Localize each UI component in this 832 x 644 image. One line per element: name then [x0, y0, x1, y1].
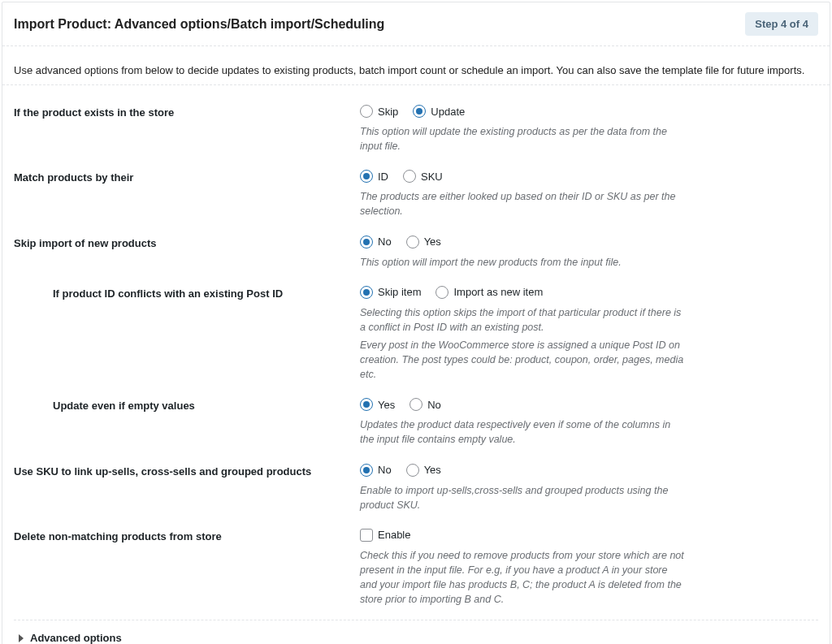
- content: If the product exists in the store Skip …: [2, 85, 830, 644]
- row-id-conflict: If product ID conflicts with an existing…: [14, 274, 818, 387]
- radio-no[interactable]: No: [410, 398, 441, 411]
- radio-icon: [360, 105, 373, 118]
- advanced-options-toggle[interactable]: Advanced options: [14, 620, 818, 644]
- radio-icon: [360, 236, 373, 249]
- chevron-right-icon: [19, 634, 24, 642]
- radio-icon: [360, 170, 373, 183]
- radio-icon: [406, 464, 419, 477]
- label-id-conflict: If product ID conflicts with an existing…: [14, 286, 360, 300]
- label-match-products: Match products by their: [14, 170, 360, 184]
- help-text: Every post in the WooCommerce store is a…: [360, 338, 685, 382]
- radio-sku[interactable]: SKU: [403, 170, 443, 183]
- radio-label: Update: [431, 106, 465, 118]
- help-text: Check this if you need to remove product…: [360, 548, 685, 607]
- radio-label: ID: [378, 171, 388, 183]
- radio-skip[interactable]: Skip: [360, 105, 398, 118]
- header: Import Product: Advanced options/Batch i…: [2, 2, 830, 46]
- radio-label: Skip: [378, 106, 398, 118]
- radio-no[interactable]: No: [360, 464, 392, 477]
- help-text: This option will import the new products…: [360, 255, 685, 270]
- label-product-exists: If the product exists in the store: [14, 105, 360, 119]
- label-use-sku: Use SKU to link up-sells, cross-sells an…: [14, 464, 360, 478]
- radio-icon: [413, 105, 426, 118]
- radio-no[interactable]: No: [360, 236, 392, 249]
- radio-icon: [410, 398, 422, 411]
- checkbox-label: Enable: [378, 529, 410, 541]
- help-text: Updates the product data respectively ev…: [360, 417, 685, 447]
- radio-label: Skip item: [378, 286, 421, 298]
- radio-icon: [403, 170, 416, 183]
- radio-icon: [436, 286, 448, 299]
- radio-yes[interactable]: Yes: [406, 464, 441, 477]
- radio-icon: [360, 464, 373, 477]
- checkbox-enable[interactable]: [360, 529, 373, 542]
- radio-label: Yes: [424, 236, 441, 248]
- label-skip-new: Skip import of new products: [14, 236, 360, 249]
- radio-icon: [360, 286, 373, 299]
- radio-label: SKU: [421, 171, 443, 183]
- row-empty-values: Update even if empty values Yes No Updat…: [14, 387, 818, 452]
- radio-icon: [360, 398, 373, 411]
- radio-label: Import as new item: [453, 286, 543, 298]
- radio-skip-item[interactable]: Skip item: [360, 286, 421, 299]
- label-empty-values: Update even if empty values: [14, 398, 360, 412]
- radio-id[interactable]: ID: [360, 170, 388, 183]
- row-use-sku: Use SKU to link up-sells, cross-sells an…: [14, 452, 818, 517]
- advanced-options-label: Advanced options: [30, 632, 122, 644]
- radio-yes[interactable]: Yes: [406, 236, 441, 249]
- radio-icon: [406, 236, 419, 249]
- radio-update[interactable]: Update: [413, 105, 465, 118]
- import-panel: Import Product: Advanced options/Batch i…: [2, 2, 830, 644]
- radio-label: No: [427, 399, 441, 411]
- step-badge: Step 4 of 4: [745, 12, 818, 36]
- help-text: The products are either looked up based …: [360, 189, 685, 218]
- radio-label: No: [378, 236, 392, 248]
- radio-label: Yes: [378, 399, 395, 411]
- row-match-products: Match products by their ID SKU The produ…: [14, 158, 818, 223]
- help-text: Selecting this option skips the import o…: [360, 305, 685, 335]
- radio-label: No: [378, 464, 392, 476]
- help-text: This option will update the existing pro…: [360, 124, 685, 153]
- radio-import-new[interactable]: Import as new item: [436, 286, 543, 299]
- row-delete-nonmatching: Delete non-matching products from store …: [14, 517, 818, 612]
- label-delete-nonmatching: Delete non-matching products from store: [14, 529, 360, 542]
- help-text: Enable to import up-sells,cross-sells an…: [360, 483, 685, 512]
- radio-label: Yes: [424, 464, 441, 476]
- row-product-exists: If the product exists in the store Skip …: [14, 93, 818, 158]
- intro-text: Use advanced options from below to decid…: [2, 46, 830, 85]
- radio-yes[interactable]: Yes: [360, 398, 395, 411]
- page-title: Import Product: Advanced options/Batch i…: [14, 17, 384, 32]
- row-skip-new: Skip import of new products No Yes This …: [14, 224, 818, 274]
